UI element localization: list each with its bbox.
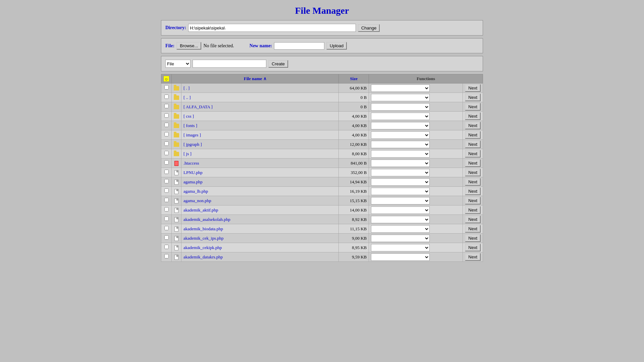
next-button[interactable]: Next bbox=[465, 131, 481, 139]
file-name-cell[interactable]: akademik_biodata.php bbox=[181, 224, 339, 234]
row-checkbox[interactable] bbox=[164, 113, 169, 118]
create-name-input[interactable] bbox=[193, 60, 266, 68]
file-link[interactable]: akademik_asalsekolah.php bbox=[183, 217, 230, 222]
next-button[interactable]: Next bbox=[465, 159, 481, 167]
next-button[interactable]: Next bbox=[465, 225, 481, 233]
row-checkbox[interactable] bbox=[164, 179, 169, 183]
functions-cell[interactable]: ViewEditRenameMoveCopyDeleteDownloadPerm… bbox=[369, 215, 463, 224]
functions-select[interactable]: ViewEditRenameMoveCopyDeleteDownloadPerm… bbox=[371, 244, 430, 251]
row-checkbox[interactable] bbox=[164, 188, 169, 193]
file-name-cell[interactable]: [ fonts ] bbox=[181, 121, 339, 130]
row-checkbox[interactable] bbox=[164, 151, 169, 155]
file-name-cell[interactable]: [ images ] bbox=[181, 130, 339, 140]
file-link[interactable]: akademik_aktif.php bbox=[183, 207, 218, 213]
row-checkbox[interactable] bbox=[164, 198, 169, 202]
file-link[interactable]: agama_lb.php bbox=[183, 189, 208, 194]
file-link[interactable]: [ jpgraph ] bbox=[183, 142, 202, 147]
file-name-cell[interactable]: akademik_asalsekolah.php bbox=[181, 215, 339, 224]
functions-cell[interactable]: ViewEditRenameMoveCopyDeleteDownloadPerm… bbox=[369, 187, 463, 196]
create-button[interactable]: Create bbox=[268, 60, 288, 68]
next-button[interactable]: Next bbox=[465, 234, 481, 242]
file-link[interactable]: [ .. ] bbox=[183, 95, 191, 100]
next-button[interactable]: Next bbox=[465, 197, 481, 204]
functions-cell[interactable]: ViewEditRenameMoveCopyDeleteDownloadPerm… bbox=[369, 196, 463, 205]
file-name-cell[interactable]: agama_non.php bbox=[181, 196, 339, 205]
file-link[interactable]: LPNU.php bbox=[183, 170, 203, 175]
functions-cell[interactable]: ViewEditRenameMoveCopyDeleteDownloadPerm… bbox=[369, 234, 463, 243]
file-link[interactable]: [ images ] bbox=[183, 132, 201, 137]
next-button[interactable]: Next bbox=[465, 140, 481, 148]
functions-select[interactable]: ViewEditRenameMoveCopyDeleteDownloadPerm… bbox=[371, 235, 430, 242]
file-link[interactable]: agama_non.php bbox=[183, 198, 211, 203]
functions-cell[interactable]: ViewEditRenameMoveCopyDeleteDownloadPerm… bbox=[369, 140, 463, 149]
functions-cell[interactable]: ViewEditRenameMoveCopyDeleteDownloadPerm… bbox=[369, 159, 463, 168]
row-checkbox[interactable] bbox=[164, 160, 169, 165]
file-name-cell[interactable]: [ jpgraph ] bbox=[181, 140, 339, 149]
functions-cell[interactable]: ViewEditRenameMoveCopyDeleteDownloadPerm… bbox=[369, 121, 463, 130]
file-name-cell[interactable]: agama.php bbox=[181, 177, 339, 187]
next-button[interactable]: Next bbox=[465, 94, 481, 101]
file-link[interactable]: akademik_cek_ips.php bbox=[183, 236, 224, 241]
functions-select[interactable]: ViewEditRenameMoveCopyDeleteDownloadPerm… bbox=[371, 253, 430, 261]
browse-button[interactable]: Browse... bbox=[176, 42, 201, 50]
select-all-icon[interactable]: ☺ bbox=[163, 76, 169, 82]
file-link[interactable]: .htaccess bbox=[183, 161, 199, 166]
functions-select[interactable]: ViewEditRenameMoveCopyDeleteDownloadPerm… bbox=[371, 206, 430, 214]
type-select[interactable]: File Directory bbox=[165, 60, 191, 68]
file-link[interactable]: [ . ] bbox=[183, 85, 190, 90]
file-link[interactable]: akademik_datakrs.php bbox=[183, 254, 223, 259]
file-name-cell[interactable]: akademik_datakrs.php bbox=[181, 252, 339, 262]
file-name-cell[interactable]: akademik_cek_ips.php bbox=[181, 234, 339, 243]
functions-select[interactable]: ViewEditRenameMoveCopyDeleteDownloadPerm… bbox=[371, 94, 430, 101]
file-name-cell[interactable]: [ js ] bbox=[181, 149, 339, 159]
file-name-cell[interactable]: [ . ] bbox=[181, 83, 339, 93]
functions-select[interactable]: ViewEditRenameMoveCopyDeleteDownloadPerm… bbox=[371, 103, 430, 111]
next-button[interactable]: Next bbox=[465, 112, 481, 120]
row-checkbox[interactable] bbox=[164, 85, 169, 89]
functions-cell[interactable]: ViewEditRenameMoveCopyDeleteDownloadPerm… bbox=[369, 252, 463, 262]
next-button[interactable]: Next bbox=[465, 244, 481, 251]
functions-select[interactable]: ViewEditRenameMoveCopyDeleteDownloadPerm… bbox=[371, 188, 430, 195]
next-button[interactable]: Next bbox=[465, 84, 481, 92]
file-name-cell[interactable]: [ .. ] bbox=[181, 93, 339, 102]
functions-select[interactable]: ViewEditRenameMoveCopyDeleteDownloadPerm… bbox=[371, 113, 430, 120]
file-name-cell[interactable]: agama_lb.php bbox=[181, 187, 339, 196]
file-link[interactable]: agama.php bbox=[183, 179, 203, 184]
functions-cell[interactable]: ViewEditRenameMoveCopyDeleteDownloadPerm… bbox=[369, 177, 463, 187]
next-button[interactable]: Next bbox=[465, 122, 481, 129]
row-checkbox[interactable] bbox=[164, 170, 169, 174]
file-name-cell[interactable]: akademik_cekipk.php bbox=[181, 243, 339, 252]
file-link[interactable]: akademik_cekipk.php bbox=[183, 245, 222, 250]
row-checkbox[interactable] bbox=[164, 254, 169, 258]
functions-select[interactable]: ViewEditRenameMoveCopyDeleteDownloadPerm… bbox=[371, 160, 430, 167]
next-button[interactable]: Next bbox=[465, 216, 481, 223]
file-name-cell[interactable]: LPNU.php bbox=[181, 168, 339, 177]
filename-header[interactable]: File name ∧ bbox=[172, 74, 339, 83]
file-link[interactable]: [ js ] bbox=[183, 151, 192, 156]
functions-select[interactable]: ViewEditRenameMoveCopyDeleteDownloadPerm… bbox=[371, 225, 430, 233]
row-checkbox[interactable] bbox=[164, 95, 169, 99]
change-button[interactable]: Change bbox=[358, 24, 380, 32]
next-button[interactable]: Next bbox=[465, 150, 481, 158]
functions-select[interactable]: ViewEditRenameMoveCopyDeleteDownloadPerm… bbox=[371, 150, 430, 158]
file-name-cell[interactable]: akademik_aktif.php bbox=[181, 205, 339, 215]
functions-cell[interactable]: ViewEditRenameMoveCopyDeleteDownloadPerm… bbox=[369, 112, 463, 121]
row-checkbox[interactable] bbox=[164, 235, 169, 240]
functions-cell[interactable]: ViewEditRenameMoveCopyDeleteDownloadPerm… bbox=[369, 102, 463, 112]
functions-cell[interactable]: ViewEditRenameMoveCopyDeleteDownloadPerm… bbox=[369, 224, 463, 234]
functions-select[interactable]: ViewEditRenameMoveCopyDeleteDownloadPerm… bbox=[371, 197, 430, 204]
functions-cell[interactable]: ViewEditRenameMoveCopyDeleteDownloadPerm… bbox=[369, 93, 463, 102]
file-link[interactable]: [ ALFA_DATA ] bbox=[183, 104, 213, 109]
row-checkbox[interactable] bbox=[164, 217, 169, 221]
functions-cell[interactable]: ViewEditRenameMoveCopyDeleteDownloadPerm… bbox=[369, 205, 463, 215]
row-checkbox[interactable] bbox=[164, 245, 169, 249]
functions-select[interactable]: ViewEditRenameMoveCopyDeleteDownloadPerm… bbox=[371, 141, 430, 148]
file-name-cell[interactable]: [ css ] bbox=[181, 112, 339, 121]
new-name-input[interactable] bbox=[274, 42, 324, 50]
functions-select[interactable]: ViewEditRenameMoveCopyDeleteDownloadPerm… bbox=[371, 178, 430, 186]
functions-select[interactable]: ViewEditRenameMoveCopyDeleteDownloadPerm… bbox=[371, 122, 430, 129]
row-checkbox[interactable] bbox=[164, 132, 169, 136]
functions-select[interactable]: ViewEditRenameMoveCopyDeleteDownloadPerm… bbox=[371, 169, 430, 176]
functions-cell[interactable]: ViewEditRenameMoveCopyDeleteDownloadPerm… bbox=[369, 83, 463, 93]
file-name-cell[interactable]: .htaccess bbox=[181, 159, 339, 168]
